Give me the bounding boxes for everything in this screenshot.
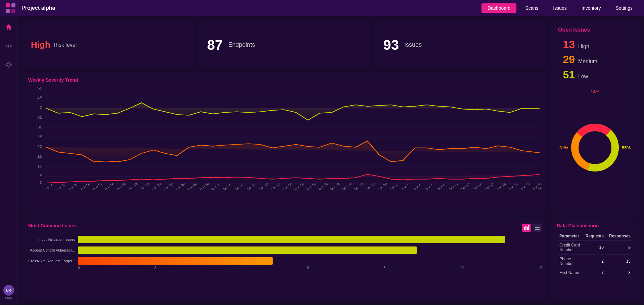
axis-10: 10	[460, 266, 464, 270]
param-2: Phone Number	[557, 255, 583, 268]
req-2: 2	[583, 255, 606, 268]
tab-issues[interactable]: Issues	[547, 3, 572, 13]
res-1: 9	[606, 241, 633, 255]
risk-level-value: High	[31, 40, 50, 50]
svg-text:Dec 18: Dec 18	[306, 182, 317, 190]
svg-text:Nov 26: Nov 26	[175, 182, 186, 190]
svg-text:Dec 8: Dec 8	[246, 183, 256, 191]
tab-inventory[interactable]: Inventory	[576, 3, 607, 13]
bar-axis-labels: 0 2 4 6 8 10 12	[78, 266, 542, 270]
svg-rect-84	[528, 225, 529, 230]
most-common-issues-panel: Most Common Issues	[23, 218, 547, 300]
low-label: Low	[578, 74, 588, 80]
bar-fill-3	[78, 257, 273, 265]
donut-medium-pct: 31%	[559, 145, 568, 150]
tab-settings[interactable]: Settings	[609, 3, 639, 13]
bar-row-1: Input Validation Issues	[28, 236, 542, 243]
svg-text:Nov 22: Nov 22	[151, 182, 163, 190]
svg-rect-85	[535, 226, 540, 226]
axis-6: 6	[307, 266, 309, 270]
svg-text:0: 0	[40, 181, 43, 185]
svg-text:Nov 28: Nov 28	[187, 182, 198, 190]
svg-text:Dec 28: Dec 28	[365, 182, 377, 190]
axis-0: 0	[78, 266, 80, 270]
svg-text:Nov 12: Nov 12	[91, 182, 103, 190]
svg-text:50: 50	[37, 86, 43, 90]
medium-label: Medium	[578, 59, 597, 65]
donut-high-pct: 14%	[591, 89, 599, 94]
open-issues-panel: Open Issues 13 High 29 Medium 51 Low 14%	[551, 22, 639, 214]
stats-row: High Risk level 87 Endpoints 93 Issues	[23, 22, 547, 69]
list-view-toggle[interactable]	[533, 224, 542, 232]
col-parameter: Parameter	[557, 232, 583, 241]
svg-text:Nov 6: Nov 6	[56, 183, 66, 191]
svg-text:Dec 26: Dec 26	[353, 182, 365, 190]
svg-text:Nov 14: Nov 14	[103, 182, 115, 190]
svg-line-11	[9, 65, 10, 67]
view-toggle	[522, 224, 542, 232]
sidebar: LR BMS	[0, 16, 17, 305]
axis-8: 8	[383, 266, 385, 270]
svg-rect-1	[11, 3, 15, 7]
avatar[interactable]: LR	[3, 285, 14, 296]
code-icon[interactable]	[3, 40, 14, 51]
open-issues-title: Open Issues	[558, 27, 632, 33]
svg-text:Nov 4: Nov 4	[44, 183, 54, 191]
svg-text:Dec 30: Dec 30	[377, 182, 388, 190]
high-count: 13	[558, 38, 575, 51]
svg-text:Dec 14: Dec 14	[282, 182, 293, 190]
tab-scans[interactable]: Scans	[519, 3, 544, 13]
svg-text:Nov 18: Nov 18	[127, 182, 139, 190]
issues-header: Most Common Issues	[28, 223, 542, 232]
data-classification-panel: Data Classification Parameter Requests R…	[551, 218, 639, 300]
bar-chart-toggle[interactable]	[522, 224, 531, 232]
svg-rect-7	[10, 64, 12, 65]
data-classification-title: Data Classification	[557, 223, 633, 228]
svg-rect-87	[535, 229, 540, 230]
endpoints-label: Endpoints	[228, 41, 255, 48]
table-row: Phone Number 2 13	[557, 255, 633, 268]
issues-label: Issues	[404, 41, 422, 48]
avatar-project: BMS	[3, 296, 14, 300]
svg-text:Nov 8: Nov 8	[67, 183, 78, 191]
svg-text:Jan 3: Jan 3	[401, 184, 410, 191]
bar-track-2	[78, 246, 542, 254]
project-name: Project alpha	[21, 5, 479, 11]
svg-text:Jan 19: Jan 19	[496, 182, 507, 190]
svg-rect-2	[6, 9, 10, 13]
axis-12: 12	[538, 266, 542, 270]
svg-line-9	[7, 65, 8, 67]
svg-text:Nov 16: Nov 16	[115, 182, 127, 190]
chart-title: Weekly Severity Trend	[28, 77, 542, 83]
main-layout: LR BMS High Risk level 87 Endpoints 93 I…	[0, 16, 644, 305]
svg-text:20: 20	[37, 145, 43, 149]
home-icon[interactable]	[3, 22, 14, 32]
data-table: Parameter Requests Responses Credit Card…	[557, 232, 633, 277]
risk-level-label: Risk level	[54, 42, 77, 48]
svg-text:Jan 17: Jan 17	[484, 182, 495, 190]
table-row: Credit Card Number 10 9	[557, 241, 633, 255]
donut-chart: 14% 31% 55%	[558, 86, 632, 209]
axis-4: 4	[231, 266, 233, 270]
svg-text:Jan 23: Jan 23	[519, 182, 531, 190]
medium-issue-row: 29 Medium	[558, 53, 632, 66]
network-icon[interactable]	[3, 59, 14, 70]
param-1: Credit Card Number	[557, 241, 583, 255]
most-common-title: Most Common Issues	[28, 223, 77, 228]
svg-text:15: 15	[37, 154, 43, 158]
svg-rect-81	[524, 227, 525, 230]
svg-text:Dec 22: Dec 22	[329, 182, 341, 190]
svg-text:Jan 5: Jan 5	[412, 184, 422, 191]
logo	[5, 3, 16, 13]
svg-text:Nov 10: Nov 10	[80, 182, 91, 190]
svg-text:Dec 6: Dec 6	[234, 183, 244, 191]
svg-text:Jan 21: Jan 21	[508, 182, 519, 190]
svg-text:10: 10	[37, 164, 43, 168]
svg-text:Dec 10: Dec 10	[258, 182, 270, 190]
req-3: 7	[583, 268, 606, 277]
endpoints-count: 87	[207, 37, 223, 53]
tab-dashboard[interactable]: Dashboard	[481, 3, 517, 13]
svg-text:35: 35	[37, 116, 43, 120]
svg-text:Dec 4: Dec 4	[222, 183, 232, 191]
svg-text:Dec 24: Dec 24	[341, 182, 353, 190]
